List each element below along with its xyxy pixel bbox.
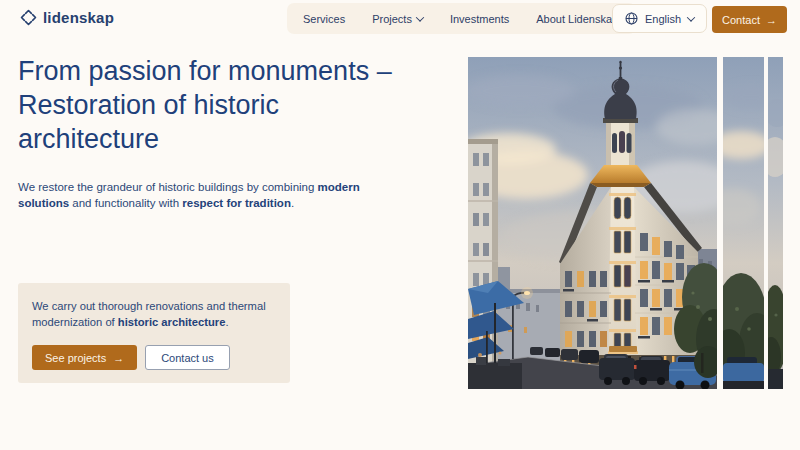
language-selector[interactable]: English — [612, 4, 707, 33]
main-nav: Services Projects Investments About Lide… — [287, 3, 636, 34]
chevron-down-icon — [687, 13, 695, 21]
card-buttons: See projects → Contact us — [32, 345, 230, 370]
chevron-down-icon — [416, 13, 424, 21]
intro-text: and functionality with — [69, 197, 182, 209]
intro-text: We restore the grandeur of historic buil… — [18, 181, 318, 193]
arrow-right-icon: → — [766, 14, 777, 26]
see-projects-label: See projects — [45, 352, 106, 364]
nav-item-services[interactable]: Services — [303, 13, 345, 25]
contact-button-label: Contact — [722, 14, 760, 26]
card-bold-historic-architecture: historic architecture — [118, 316, 226, 328]
nav-item-label: Projects — [372, 13, 412, 25]
hero-heading: From passion for monuments – Restoration… — [18, 54, 416, 156]
landing-page: lidenskap Services Projects Investments … — [0, 0, 800, 450]
see-projects-button[interactable]: See projects → — [32, 345, 137, 370]
nav-item-projects[interactable]: Projects — [372, 13, 423, 25]
nav-item-about[interactable]: About Lidenskap — [536, 13, 618, 25]
next-slide-preview-illustration — [723, 57, 764, 389]
card-text-part: . — [225, 316, 228, 328]
brand-name: lidenskap — [43, 9, 114, 26]
brand-logo[interactable]: lidenskap — [20, 9, 114, 26]
contact-button[interactable]: Contact → — [712, 6, 787, 33]
contact-us-label: Contact us — [161, 352, 214, 364]
contact-us-button[interactable]: Contact us — [145, 345, 230, 370]
carousel-slide-next-1[interactable] — [723, 57, 764, 389]
card-text: We carry out thorough renovations and th… — [32, 298, 276, 330]
nav-item-label: Services — [303, 13, 345, 25]
intro-text: . — [291, 197, 294, 209]
building-illustration — [468, 57, 717, 389]
next-slide-preview-illustration — [768, 57, 783, 389]
globe-icon — [625, 12, 638, 25]
nav-item-label: About Lidenskap — [536, 13, 618, 25]
carousel-slide-main[interactable] — [468, 57, 717, 389]
nav-item-label: Investments — [450, 13, 509, 25]
intro-bold-respect-for-tradition: respect for tradition — [182, 197, 291, 209]
hero-intro: We restore the grandeur of historic buil… — [18, 179, 380, 211]
info-card: We carry out thorough renovations and th… — [18, 283, 290, 383]
language-label: English — [645, 13, 681, 25]
arrow-right-icon: → — [113, 352, 124, 364]
logo-diamond-icon — [20, 9, 37, 26]
nav-item-investments[interactable]: Investments — [450, 13, 509, 25]
carousel-slide-next-2[interactable] — [768, 57, 783, 389]
